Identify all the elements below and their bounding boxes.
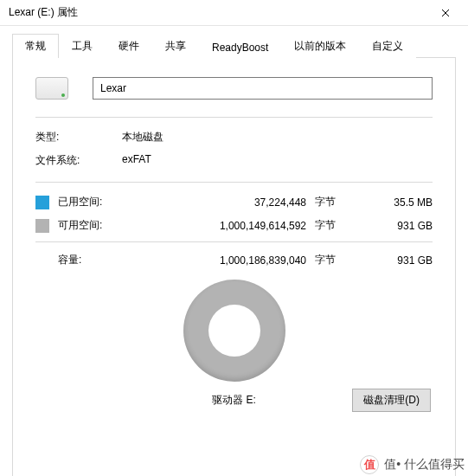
usage-chart-wrap: [35, 280, 433, 382]
capacity-label: 容量:: [58, 253, 131, 267]
row-used-space: 已用空间: 37,224,448 字节 35.5 MB: [35, 195, 433, 209]
tab-readyboost[interactable]: ReadyBoost: [199, 36, 281, 58]
tab-hardware[interactable]: 硬件: [106, 34, 152, 58]
drive-letter-label: 驱动器 E:: [212, 393, 256, 408]
row-capacity: 容量: 1,000,186,839,040 字节 931 GB: [35, 253, 433, 267]
usage-donut-chart: [183, 280, 285, 382]
tab-bar: 常规 工具 硬件 共享 ReadyBoost 以前的版本 自定义: [0, 26, 468, 57]
row-free-space: 可用空间: 1,000,149,614,592 字节 931 GB: [35, 218, 433, 233]
type-label: 类型:: [35, 130, 122, 145]
drive-header-row: [35, 77, 433, 100]
used-space-bytes: 37,224,448: [131, 196, 311, 209]
fs-value: exFAT: [122, 153, 433, 168]
disk-cleanup-button[interactable]: 磁盘清理(D): [352, 389, 431, 412]
free-space-bytes: 1,000,149,614,592: [131, 220, 311, 232]
tab-sharing[interactable]: 共享: [152, 34, 199, 58]
tab-general[interactable]: 常规: [12, 34, 59, 58]
type-value: 本地磁盘: [122, 130, 433, 145]
footer-row: 驱动器 E: 磁盘清理(D): [35, 389, 433, 412]
free-space-label: 可用空间:: [58, 218, 131, 233]
drive-icon: [35, 77, 68, 100]
titlebar: Lexar (E:) 属性: [0, 0, 468, 26]
close-button[interactable]: [426, 1, 465, 25]
row-type: 类型: 本地磁盘: [35, 130, 433, 145]
used-space-human: 35.5 MB: [363, 196, 433, 209]
window-title: Lexar (E:) 属性: [9, 5, 78, 20]
bytes-unit: 字节: [311, 218, 363, 233]
row-filesystem: 文件系统: exFAT: [35, 153, 433, 168]
capacity-human: 931 GB: [363, 254, 433, 267]
tab-tools[interactable]: 工具: [59, 34, 106, 58]
divider: [35, 117, 433, 118]
tab-prev-versions[interactable]: 以前的版本: [281, 34, 359, 58]
divider: [35, 182, 433, 183]
content-panel: 类型: 本地磁盘 文件系统: exFAT 已用空间: 37,224,448 字节…: [12, 57, 456, 476]
tab-customize[interactable]: 自定义: [359, 34, 416, 58]
divider: [35, 241, 433, 242]
drive-name-input[interactable]: [93, 77, 433, 100]
spacer: [35, 254, 49, 267]
free-space-swatch: [35, 219, 49, 233]
used-space-swatch: [35, 196, 49, 209]
free-space-human: 931 GB: [363, 220, 433, 232]
close-icon: [441, 9, 450, 17]
capacity-bytes: 1,000,186,839,040: [131, 254, 311, 267]
bytes-unit: 字节: [311, 195, 363, 209]
used-space-label: 已用空间:: [58, 195, 131, 209]
bytes-unit: 字节: [311, 253, 363, 267]
fs-label: 文件系统:: [35, 153, 122, 168]
